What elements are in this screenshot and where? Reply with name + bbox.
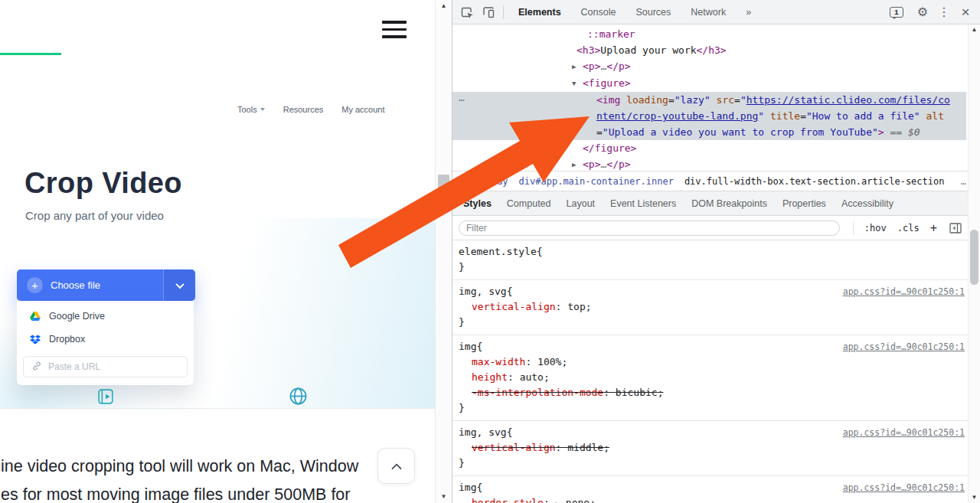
css-property[interactable]: vertical-align: middle; bbox=[459, 440, 965, 456]
breadcrumb-item[interactable]: body bbox=[486, 176, 508, 187]
tab-console[interactable]: Console bbox=[571, 0, 626, 24]
sidebar-tabs: StylesComputedLayoutEvent ListenersDOM B… bbox=[452, 191, 980, 216]
styles-rules: element.style {}img, svg {app.css?id=…90… bbox=[452, 240, 980, 503]
tree-node[interactable]: ▼<figure> bbox=[452, 75, 966, 92]
hamburger-menu-icon[interactable] bbox=[382, 21, 407, 43]
devtools-tabs: ElementsConsoleSourcesNetwork» bbox=[508, 0, 761, 24]
code-token: title bbox=[770, 110, 800, 122]
tree-node[interactable]: ▶<p>…</p> bbox=[452, 58, 966, 75]
breadcrumb-item[interactable]: div.full-width-box.text-section.article-… bbox=[684, 176, 945, 187]
code-token: " bbox=[740, 94, 746, 106]
expand-arrow-closed[interactable]: ▶ bbox=[556, 500, 560, 503]
upload-options-toggle[interactable] bbox=[163, 269, 195, 301]
toggle-hover-state-button[interactable]: :hov bbox=[864, 223, 887, 234]
article-text-line1: ine video cropping tool will work on Mac… bbox=[1, 457, 435, 476]
css-selector[interactable]: img bbox=[459, 480, 476, 495]
chevron-up-icon bbox=[388, 459, 405, 474]
settings-gear-icon[interactable]: ⚙ bbox=[913, 2, 933, 22]
toggle-classes-button[interactable]: .cls bbox=[897, 223, 920, 234]
breadcrumb-item[interactable]: …ml bbox=[459, 176, 475, 187]
inspect-element-icon[interactable] bbox=[457, 2, 477, 22]
expand-arrow-open[interactable]: ▼ bbox=[572, 76, 583, 92]
scrollbar-down-arrow[interactable]: ▼ bbox=[441, 494, 447, 500]
menu-item-dropbox[interactable]: Dropbox bbox=[17, 328, 194, 351]
stylesheet-link[interactable]: app.css?id=…90c01c250:1 bbox=[837, 425, 965, 440]
css-selector[interactable]: element.style bbox=[459, 244, 537, 260]
nav-tools[interactable]: Tools bbox=[237, 105, 265, 114]
breadcrumb-item[interactable]: … bbox=[961, 176, 966, 187]
video-file-icon bbox=[95, 387, 116, 410]
device-toolbar-icon[interactable] bbox=[479, 2, 498, 22]
css-property[interactable]: border-style: ▶ none; bbox=[459, 495, 965, 503]
scrollbar-up-arrow[interactable]: ▲ bbox=[441, 3, 447, 9]
scrollbar-down-arrow[interactable]: ▼ bbox=[972, 495, 978, 501]
devtools-scrollbar[interactable]: ▲ ▼ bbox=[968, 24, 980, 503]
expand-arrow-closed[interactable]: ▶ bbox=[572, 59, 583, 75]
css-selector[interactable]: img bbox=[459, 339, 476, 354]
css-property[interactable]: vertical-align: top; bbox=[459, 299, 965, 315]
stylesheet-link[interactable]: app.css?id=…90c01c250:1 bbox=[837, 480, 965, 495]
code-token: <h3> bbox=[577, 44, 600, 56]
close-icon[interactable]: × bbox=[956, 2, 975, 22]
toggle-sidebar-icon[interactable] bbox=[948, 220, 963, 236]
filter-input[interactable] bbox=[459, 220, 840, 236]
tree-node[interactable]: ::marker bbox=[452, 26, 966, 42]
issues-button[interactable]: 1 bbox=[890, 7, 903, 18]
tree-node[interactable]: </figure> bbox=[452, 140, 966, 156]
menu-item-google-drive[interactable]: Google Drive bbox=[17, 305, 194, 328]
panel-tab-properties[interactable]: Properties bbox=[775, 191, 834, 215]
tab-elements[interactable]: Elements bbox=[508, 0, 571, 24]
choose-file-button[interactable]: + Choose file bbox=[17, 269, 195, 301]
css-rule: element.style {} bbox=[452, 240, 980, 280]
panel-tab-computed[interactable]: Computed bbox=[499, 191, 559, 215]
scrollbar-thumb[interactable] bbox=[438, 175, 449, 201]
tab-more[interactable]: » bbox=[736, 0, 761, 24]
css-selector[interactable]: img, svg bbox=[459, 425, 507, 440]
panel-tab-event-listeners[interactable]: Event Listeners bbox=[603, 191, 684, 215]
code-token: "lazy" bbox=[675, 94, 710, 106]
chevron-down-icon bbox=[260, 108, 265, 111]
devtools-toolbar: ElementsConsoleSourcesNetwork» 1 ⚙ ⋮ × bbox=[452, 0, 980, 24]
panel-tab-styles[interactable]: Styles bbox=[456, 191, 499, 215]
code-token: alt bbox=[926, 110, 944, 122]
stylesheet-link[interactable]: app.css?id=…90c01c250:1 bbox=[837, 284, 965, 299]
css-selector[interactable]: img, svg bbox=[459, 284, 507, 299]
css-property[interactable]: max-width: 100%; bbox=[459, 354, 965, 370]
panel-tab-dom-breakpoints[interactable]: DOM Breakpoints bbox=[684, 191, 775, 215]
progress-bar bbox=[0, 53, 61, 55]
css-property[interactable]: height: auto; bbox=[459, 370, 965, 385]
code-token: "Upload a video you want to crop from Yo… bbox=[603, 126, 878, 138]
code-token bbox=[920, 110, 926, 122]
breadcrumb: …mlbodydiv#app.main-container.innerdiv.f… bbox=[452, 171, 980, 191]
scrollbar-thumb[interactable] bbox=[970, 230, 978, 285]
tree-node-selected[interactable]: ⋯<img loading="lazy" src="https://static… bbox=[452, 92, 966, 140]
breadcrumb-item[interactable]: div#app.main-container.inner bbox=[519, 176, 674, 187]
new-style-rule-button[interactable]: + bbox=[930, 221, 937, 235]
code-token: = bbox=[596, 126, 603, 138]
tab-sources[interactable]: Sources bbox=[626, 0, 681, 24]
choose-file-main[interactable]: + Choose file bbox=[17, 269, 163, 301]
node-menu-dots[interactable]: ⋯ bbox=[459, 92, 466, 108]
tree-node[interactable]: ▶<p>…</p> bbox=[452, 156, 966, 171]
scrollbar-up-arrow[interactable]: ▲ bbox=[972, 27, 978, 33]
clideo-page: Tools Resources My account Crop Video Cr… bbox=[0, 0, 435, 503]
issues-bubble-icon: 1 bbox=[890, 7, 903, 18]
styles-filter-bar: :hov .cls + bbox=[452, 216, 980, 240]
panel-tab-layout[interactable]: Layout bbox=[559, 191, 603, 215]
tab-network[interactable]: Network bbox=[681, 0, 736, 24]
paste-url-input[interactable]: Paste a URL bbox=[23, 356, 188, 377]
nav-resources[interactable]: Resources bbox=[283, 105, 324, 114]
page-subtitle: Crop any part of your video bbox=[25, 209, 164, 222]
link-icon bbox=[31, 361, 42, 374]
kebab-menu-icon[interactable]: ⋮ bbox=[934, 2, 954, 22]
stylesheet-link[interactable]: app.css?id=…90c01c250:1 bbox=[837, 339, 965, 354]
page-scrollbar[interactable]: ▲ ▼ bbox=[435, 0, 452, 503]
code-token: </h3> bbox=[697, 44, 727, 56]
panel-tab-accessibility[interactable]: Accessibility bbox=[834, 191, 901, 215]
expand-arrow-closed[interactable]: ▶ bbox=[572, 157, 583, 171]
css-property[interactable]: -ms-interpolation-mode: bicubic; bbox=[459, 385, 965, 400]
nav-my-account[interactable]: My account bbox=[341, 105, 384, 114]
tree-node[interactable]: <h3>Upload your work</h3> bbox=[452, 42, 966, 58]
scroll-to-top-button[interactable] bbox=[377, 448, 415, 484]
code-token: </p> bbox=[606, 60, 630, 72]
